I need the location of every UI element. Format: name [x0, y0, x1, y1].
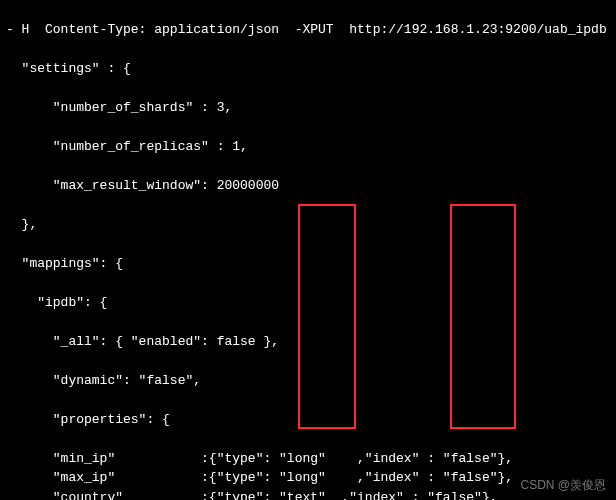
- ipdb-open: "ipdb": {: [6, 293, 610, 313]
- settings-replicas: "number_of_replicas" : 1,: [6, 137, 610, 157]
- watermark: CSDN @羡俊恩: [520, 476, 606, 494]
- property-max_ip: "max_ip" :{"type": "long" ,"index" : "fa…: [6, 468, 610, 488]
- header-line: - H Content-Type: application/json -XPUT…: [6, 20, 610, 40]
- settings-shards: "number_of_shards" : 3,: [6, 98, 610, 118]
- settings-open: "settings" : {: [6, 59, 610, 79]
- terminal-output: - H Content-Type: application/json -XPUT…: [0, 0, 616, 500]
- property-min_ip: "min_ip" :{"type": "long" ,"index" : "fa…: [6, 449, 610, 469]
- properties-open: "properties": {: [6, 410, 610, 430]
- property-country: "country" :{"type": "text" ,"index" : "f…: [6, 488, 610, 501]
- settings-max-result-window: "max_result_window": 20000000: [6, 176, 610, 196]
- properties-list: "min_ip" :{"type": "long" ,"index" : "fa…: [6, 449, 610, 501]
- settings-close: },: [6, 215, 610, 235]
- all-line: "_all": { "enabled": false },: [6, 332, 610, 352]
- mappings-open: "mappings": {: [6, 254, 610, 274]
- dynamic-line: "dynamic": "false",: [6, 371, 610, 391]
